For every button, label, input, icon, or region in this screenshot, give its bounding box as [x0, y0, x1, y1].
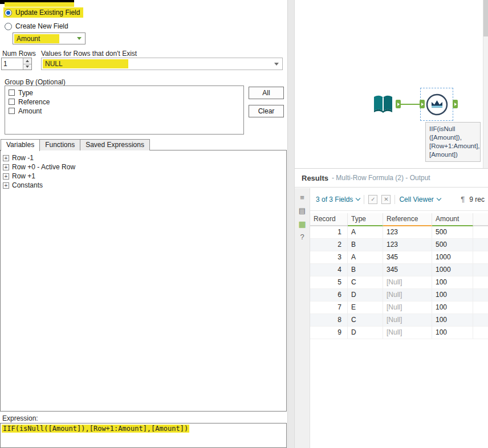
cell-record[interactable]: 5	[310, 276, 348, 289]
group-by-option: Reference	[9, 97, 240, 106]
cell-amount[interactable]: 1000	[432, 251, 473, 264]
field-select[interactable]: Amount	[13, 32, 86, 44]
cell-type[interactable]: A	[348, 251, 383, 264]
scrollbar-thumb[interactable]	[483, 0, 488, 36]
cell-type[interactable]: D	[348, 327, 383, 339]
tab-saved-expressions[interactable]: Saved Expressions	[80, 139, 150, 150]
cell-reference[interactable]: [Null]	[383, 314, 432, 327]
cell-type[interactable]: D	[348, 289, 383, 302]
annotation-line: IIF(isNull	[429, 125, 477, 133]
tree-item[interactable]: + Row -1	[3, 153, 286, 162]
create-new-field-radio[interactable]	[5, 23, 12, 30]
cell-amount[interactable]: 100	[432, 289, 473, 302]
input-anchor[interactable]	[420, 100, 425, 108]
num-rows-input[interactable]	[2, 58, 23, 70]
cell-record[interactable]: 3	[310, 251, 348, 264]
column-header-type[interactable]: Type	[348, 213, 383, 226]
cell-reference[interactable]: 123	[383, 226, 432, 239]
alteryx-designer-window: Update Existing Field Create New Field A…	[0, 0, 488, 448]
cell-reference[interactable]: [Null]	[383, 327, 432, 339]
results-body: ≡ ▤ ▦ ? 3 of 3 Fields ✓ ✕ Cell Viewer	[295, 188, 488, 448]
tree-item[interactable]: + Constants	[3, 181, 286, 190]
workflow-canvas[interactable]: IIF(isNull ([Amount]), [Row+1:Amount], […	[295, 0, 488, 168]
spin-up-button[interactable]	[23, 58, 31, 64]
data-view-icon[interactable]: ▦	[298, 220, 306, 228]
spin-down-button[interactable]	[23, 64, 31, 70]
values-for-rows-label: Values for Rows that don't Exist	[41, 50, 137, 58]
panel-splitter[interactable]	[287, 0, 295, 448]
table-row: 3 A 345 1000	[310, 251, 488, 264]
expand-icon[interactable]: +	[3, 182, 9, 189]
expression-editor[interactable]: IIF(isNull([Amount]),[Row+1:Amount],[Amo…	[0, 423, 287, 448]
expand-icon[interactable]: +	[3, 173, 9, 180]
cell-amount[interactable]: 100	[432, 327, 473, 339]
table-row: 8 C [Null] 100	[310, 314, 488, 327]
cell-reference[interactable]: [Null]	[383, 276, 432, 289]
cell-reference[interactable]: 345	[383, 264, 432, 276]
cell-type[interactable]: B	[348, 239, 383, 251]
tree-item-label: Constants	[12, 181, 43, 189]
multi-row-formula-icon	[425, 92, 449, 117]
config-list-icon[interactable]: ≡	[300, 194, 304, 202]
cell-amount[interactable]: 500	[432, 239, 473, 251]
connection-line[interactable]	[401, 104, 420, 105]
triangle-down-icon	[26, 66, 29, 68]
cell-amount[interactable]: 100	[432, 302, 473, 314]
checkbox[interactable]	[9, 99, 15, 105]
apply-icon[interactable]: ✓	[368, 195, 377, 204]
cell-reference[interactable]: [Null]	[383, 289, 432, 302]
fields-dropdown[interactable]: 3 of 3 Fields	[316, 196, 360, 203]
clear-button[interactable]: Clear	[249, 105, 284, 117]
cell-type[interactable]: C	[348, 314, 383, 327]
cell-record[interactable]: 4	[310, 264, 348, 276]
all-button[interactable]: All	[249, 87, 284, 99]
tab-functions[interactable]: Functions	[39, 139, 80, 150]
expand-icon[interactable]: +	[3, 164, 9, 170]
cell-amount[interactable]: 100	[432, 276, 473, 289]
column-header-record[interactable]: Record	[310, 213, 348, 226]
cell-viewer-dropdown[interactable]: Cell Viewer	[399, 196, 440, 203]
cell-filler	[473, 302, 488, 314]
output-anchor[interactable]	[396, 100, 401, 108]
table-row: 2 B 123 500	[310, 239, 488, 251]
metadata-view-icon[interactable]: ▤	[299, 207, 306, 215]
cell-amount[interactable]: 100	[432, 314, 473, 327]
output-anchor[interactable]	[453, 100, 458, 108]
checkbox[interactable]	[9, 108, 15, 114]
cell-record[interactable]: 8	[310, 314, 348, 327]
cell-type[interactable]: B	[348, 264, 383, 276]
cell-reference[interactable]: 345	[383, 251, 432, 264]
expand-icon[interactable]: +	[3, 155, 9, 161]
cell-type[interactable]: E	[348, 302, 383, 314]
column-header-reference[interactable]: Reference	[383, 213, 432, 226]
multi-row-formula-tool[interactable]	[425, 92, 449, 117]
canvas-scrollbar[interactable]	[483, 0, 488, 168]
cell-record[interactable]: 2	[310, 239, 348, 251]
cell-filler	[473, 239, 488, 251]
values-select[interactable]: NULL	[41, 58, 283, 70]
tree-item[interactable]: + Row +0 - Active Row	[3, 162, 286, 172]
column-header-amount[interactable]: Amount	[432, 213, 473, 226]
cell-record[interactable]: 1	[310, 226, 348, 239]
cell-amount[interactable]: 500	[432, 226, 473, 239]
cell-reference[interactable]: [Null]	[383, 302, 432, 314]
checkbox[interactable]	[9, 89, 15, 96]
help-icon[interactable]: ?	[300, 233, 304, 241]
tree-item[interactable]: + Row +1	[3, 172, 286, 181]
cell-record[interactable]: 9	[310, 327, 348, 339]
cell-record[interactable]: 6	[310, 289, 348, 302]
tab-variables[interactable]: Variables	[1, 139, 40, 151]
cell-type[interactable]: A	[348, 226, 383, 239]
values-select-value: NULL	[43, 59, 128, 68]
whitespace-toggle-icon[interactable]: ¶	[461, 195, 465, 203]
table-row: 9 D [Null] 100	[310, 327, 488, 339]
results-subtitle: - Multi-Row Formula (2) - Output	[332, 174, 430, 182]
cell-amount[interactable]: 1000	[432, 264, 473, 276]
update-existing-field-radio[interactable]	[5, 9, 12, 17]
cancel-icon[interactable]: ✕	[381, 195, 391, 204]
cell-reference[interactable]: 123	[383, 239, 432, 251]
tool-annotation: IIF(isNull ([Amount]), [Row+1:Amount], […	[425, 122, 481, 162]
text-input-tool[interactable]	[371, 92, 396, 117]
cell-type[interactable]: C	[348, 276, 383, 289]
cell-record[interactable]: 7	[310, 302, 348, 314]
